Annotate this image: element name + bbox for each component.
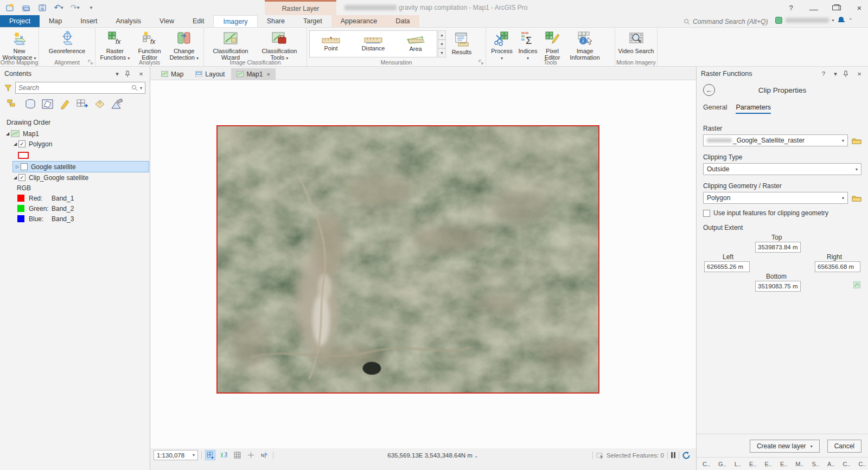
classification-wizard-button[interactable]: Classification Wizard	[206, 29, 255, 61]
browse-folder-icon[interactable]	[852, 137, 861, 144]
function-editor-button[interactable]: fx Function Editor	[132, 29, 167, 61]
pixel-editor-button[interactable]: Pixel Editor	[540, 29, 564, 61]
xy-navigation-icon[interactable]	[219, 450, 229, 460]
collapse-ribbon-icon[interactable]: ⌃	[848, 17, 853, 23]
tab-project[interactable]: Project	[0, 15, 40, 27]
polygon-symbol-swatch[interactable]	[18, 152, 29, 159]
extent-bottom-input[interactable]	[755, 281, 801, 292]
create-new-layer-button[interactable]: Create new layer ▾	[750, 440, 820, 453]
image-information-button[interactable]: i Image Information	[564, 29, 605, 61]
minimize-button[interactable]	[809, 4, 818, 12]
list-by-perspective-icon[interactable]	[111, 98, 124, 110]
crosshair-icon[interactable]	[246, 450, 256, 460]
tab-edit[interactable]: Edit	[183, 15, 214, 27]
command-search-input[interactable]	[693, 18, 780, 25]
browse-folder-icon[interactable]	[852, 195, 861, 202]
raster-functions-button[interactable]: fx Raster Functions ▾	[98, 29, 132, 62]
georeference-button[interactable]: Georeference	[42, 29, 93, 54]
back-button[interactable]: ←	[703, 84, 715, 96]
tree-item-polygon[interactable]: ◢ ✓ Polygon	[0, 139, 150, 149]
tree-item-map[interactable]: ◢ Map1	[0, 128, 150, 139]
restore-button[interactable]	[832, 4, 841, 12]
gallery-scroll-up-icon[interactable]: ▲	[438, 30, 446, 40]
clipping-type-combo[interactable]: Outside ▾	[703, 163, 861, 175]
map-scale-combo[interactable]: 1:130,078▾	[154, 450, 198, 460]
doc-tab-map[interactable]: Map	[156, 68, 189, 80]
account-dropdown-icon[interactable]: ▾	[832, 18, 834, 23]
dock-tab[interactable]: C..	[855, 460, 868, 468]
panel-menu-icon[interactable]: ▾	[113, 70, 122, 78]
tab-parameters[interactable]: Parameters	[736, 104, 771, 114]
new-project-icon[interactable]	[4, 2, 15, 13]
search-options-icon[interactable]: ▾	[140, 86, 142, 91]
extent-left-input[interactable]	[704, 261, 750, 272]
refresh-drawing-icon[interactable]	[682, 452, 691, 459]
close-panel-icon[interactable]: ×	[137, 70, 145, 78]
contents-search-box[interactable]: ▾	[15, 82, 145, 94]
customize-qat-button[interactable]: ▾	[86, 2, 97, 13]
pin-icon[interactable]	[125, 70, 133, 77]
notifications-icon[interactable]	[838, 16, 845, 24]
tab-insert[interactable]: Insert	[71, 15, 106, 27]
doc-tab-layout[interactable]: Layout	[190, 68, 230, 80]
expander-icon[interactable]: ◢	[4, 131, 11, 136]
gallery-more-icon[interactable]: ▼	[438, 48, 446, 57]
map-canvas[interactable]	[150, 80, 696, 448]
help-icon[interactable]: ?	[819, 70, 828, 77]
extent-from-map-icon[interactable]	[853, 281, 860, 288]
layer-checkbox-checked[interactable]: ✓	[18, 140, 25, 147]
dock-tab[interactable]: L..	[731, 460, 745, 468]
raster-combo[interactable]: _Google_Satellite_raster ▾	[703, 134, 848, 146]
expander-icon[interactable]: ◢	[12, 141, 18, 146]
command-search[interactable]	[684, 17, 787, 27]
save-project-icon[interactable]	[37, 2, 48, 13]
open-project-icon[interactable]	[21, 2, 31, 13]
panel-menu-icon[interactable]: ▾	[831, 70, 840, 78]
point-button[interactable]: Point	[310, 31, 352, 57]
new-workspace-button[interactable]: New Workspace ▾	[2, 29, 36, 62]
map-coordinates[interactable]: 635,569.13E 3,543,348.64N m ⌄	[277, 452, 589, 459]
tab-data[interactable]: Data	[386, 15, 419, 27]
list-by-labeling-icon[interactable]	[93, 98, 106, 110]
undo-button[interactable]: ↶▾	[53, 2, 64, 13]
undo-dropdown-icon[interactable]: ▾	[61, 5, 63, 10]
tree-item-clip-google-satellite[interactable]: ◢ ✓ Clip_Google satellite	[0, 172, 150, 183]
grid-icon[interactable]	[232, 450, 242, 460]
redo-button[interactable]: ↷▾	[69, 2, 80, 13]
list-by-drawing-order-icon[interactable]	[7, 98, 20, 110]
results-button[interactable]: Results	[446, 30, 477, 57]
filter-icon[interactable]	[4, 85, 12, 92]
gallery-scroll-down-icon[interactable]: ▼	[438, 40, 446, 49]
area-button[interactable]: Area	[394, 31, 437, 57]
video-search-button[interactable]: Video Search	[618, 29, 654, 54]
dock-tab[interactable]: C..	[839, 460, 854, 468]
dock-tab[interactable]: E..	[761, 460, 775, 468]
dock-tab[interactable]: E..	[776, 460, 791, 468]
dock-tab[interactable]: G..	[714, 460, 730, 468]
process-button[interactable]: Process▾	[488, 29, 515, 62]
indices-button[interactable]: Σ Indices▾	[515, 29, 540, 62]
extent-right-input[interactable]	[815, 261, 860, 272]
dock-tab[interactable]: M..	[792, 460, 807, 468]
close-panel-icon[interactable]: ×	[855, 70, 864, 78]
cancel-button[interactable]: Cancel	[827, 440, 861, 453]
redo-dropdown-icon[interactable]: ▾	[77, 5, 80, 10]
doc-tab-map1[interactable]: Map1 ×	[231, 68, 275, 80]
tab-target[interactable]: Target	[294, 15, 331, 27]
change-detection-button[interactable]: Change Detection ▾	[167, 29, 201, 62]
add-to-grid-icon[interactable]	[205, 450, 215, 460]
polygon-symbol-row[interactable]	[0, 149, 150, 161]
close-button[interactable]: ×	[855, 3, 864, 12]
dock-tab[interactable]: S..	[808, 460, 823, 468]
list-by-snapping-icon[interactable]	[76, 98, 89, 110]
dock-tab[interactable]: E..	[745, 460, 760, 468]
distance-button[interactable]: Distance	[352, 31, 394, 57]
list-by-editing-icon[interactable]	[59, 98, 72, 110]
north-arrow-icon[interactable]: N	[259, 450, 270, 460]
tab-share[interactable]: Share	[258, 15, 294, 27]
extent-top-input[interactable]	[755, 242, 801, 253]
help-button[interactable]: ?	[787, 4, 795, 12]
selected-features-status[interactable]: Selected Features: 0	[596, 452, 664, 459]
pause-drawing-icon[interactable]	[671, 452, 675, 458]
create-layer-dropdown-icon[interactable]: ▾	[810, 444, 813, 449]
